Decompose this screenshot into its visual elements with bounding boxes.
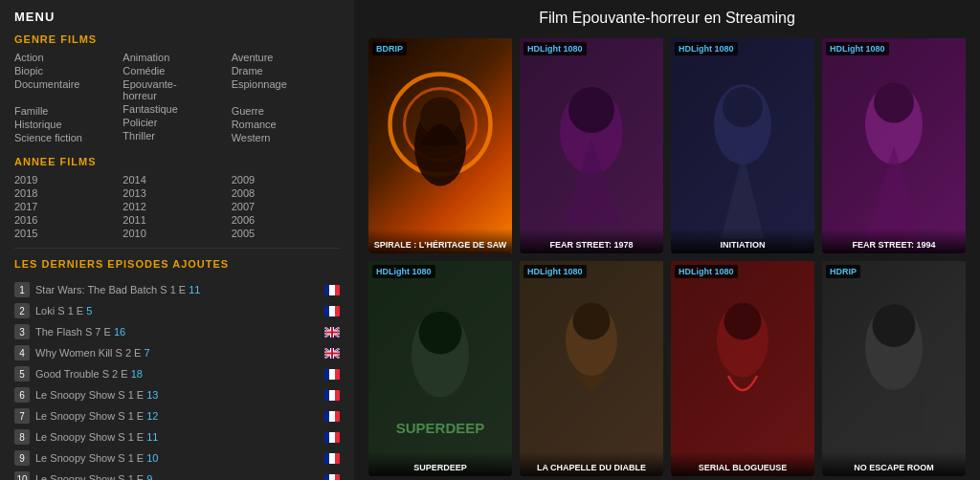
year-grid: 2019 2018 2017 2016 2015 2014 2013 2012 … [14,173,340,240]
movie-poster [520,38,663,253]
episode-item[interactable]: 8Le Snoopy Show S 1 E 11 [14,426,340,447]
svg-point-16 [568,87,614,133]
genre-epouvante[interactable]: Epouvante-horreur [122,77,231,102]
episode-item[interactable]: 10Le Snoopy Show S 1 E 9 [14,469,340,480]
episode-flag [324,348,340,359]
genre-animation[interactable]: Animation [122,51,231,64]
genre-sciencefiction[interactable]: Science fiction [14,131,122,144]
episode-flag [324,369,340,380]
genre-western[interactable]: Western [232,131,340,144]
genre-guerre[interactable]: Guerre [232,104,340,118]
movie-card[interactable]: HDRIPNO ESCAPE ROOM [822,261,966,476]
episode-number: 7 [14,408,30,424]
episode-flag [324,390,340,401]
year-2012[interactable]: 2012 [122,200,231,213]
svg-point-35 [873,304,916,347]
episode-flag [324,285,340,295]
movie-card[interactable]: HDLight 1080LA CHAPELLE DU DIABLE [520,261,663,476]
year-2011[interactable]: 2011 [122,213,231,227]
episode-item[interactable]: 5Good Trouble S 2 E 18 [14,363,340,384]
year-2016[interactable]: 2016 [14,213,122,227]
movie-title: SERIAL BLOGUEUSE [671,451,814,476]
movie-card[interactable]: BDRIPSPIRALE : L'HÉRITAGE DE SAW [368,38,512,253]
episode-number: 9 [14,450,30,466]
episode-number: 10 [14,471,30,480]
episode-title: Le Snoopy Show S 1 E 11 [35,431,319,443]
episode-item[interactable]: 4Why Women Kill S 2 E 7 [14,342,340,363]
episode-item[interactable]: 1Star Wars: The Bad Batch S 1 E 11 [14,279,340,300]
genre-col1: Action Biopic Documentaire Famille Histo… [14,51,122,144]
year-col2: 2014 2013 2012 2011 2010 [122,173,231,240]
episode-title: Why Women Kill S 2 E 7 [35,347,319,359]
year-2019[interactable]: 2019 [14,173,122,186]
movie-poster [822,261,966,476]
year-2018[interactable]: 2018 [14,186,122,200]
genre-drame[interactable]: Drame [232,64,340,77]
movie-title: SPIRALE : L'HÉRITAGE DE SAW [368,229,512,253]
movie-card[interactable]: HDLight 1080INITIATION [671,38,814,253]
movie-badge: HDLight 1080 [523,42,587,55]
episode-flag [324,474,340,481]
year-2006[interactable]: 2006 [232,213,340,227]
episode-flag [324,432,340,443]
year-2007[interactable]: 2007 [232,200,340,213]
svg-rect-9 [324,352,340,354]
svg-point-19 [723,87,763,127]
genre-documentaire[interactable]: Documentaire [14,77,122,91]
genre-comedie[interactable]: Comédie [122,64,231,77]
episode-item[interactable]: 2Loki S 1 E 5 [14,300,340,321]
sidebar-menu-label: MENU [14,10,340,24]
movie-poster [822,38,966,253]
year-2010[interactable]: 2010 [122,227,231,240]
genre-historique[interactable]: Historique [14,118,122,131]
year-2013[interactable]: 2013 [122,186,231,200]
episode-item[interactable]: 9Le Snoopy Show S 1 E 10 [14,447,340,469]
movie-title: SUPERDEEP [368,451,512,476]
episode-item[interactable]: 6Le Snoopy Show S 1 E 13 [14,384,340,405]
episode-number: 6 [14,387,30,403]
episode-flag [324,327,340,338]
svg-point-22 [874,83,914,123]
episode-item[interactable]: 3The Flash S 7 E 16 [14,321,340,342]
episode-number: 3 [14,324,30,339]
genre-romance[interactable]: Romance [232,118,340,131]
movie-card[interactable]: HDLight 1080FEAR STREET: 1978 [520,38,663,253]
episode-title: The Flash S 7 E 16 [35,326,319,338]
year-2008[interactable]: 2008 [232,186,340,200]
movie-poster [671,261,814,476]
movie-card[interactable]: HDLight 1080FEAR STREET: 1994 [822,38,966,253]
episode-number: 8 [14,429,30,445]
genre-aventure[interactable]: Aventure [232,51,340,64]
main-content: Film Epouvante-horreur en Streaming BDRI… [354,0,980,480]
episode-flag [324,306,340,316]
year-2014[interactable]: 2014 [122,173,231,186]
movie-poster [520,261,663,476]
movie-badge: HDLight 1080 [523,265,587,278]
genre-policier[interactable]: Policier [122,116,231,129]
genre-espionnage[interactable]: Espionnage [232,77,340,91]
genre-col3: Aventure Drame Espionnage Guerre Romance… [232,51,340,144]
genre-action[interactable]: Action [14,51,122,64]
sidebar-divider [14,248,340,249]
genre-famille[interactable]: Famille [14,104,122,118]
svg-rect-36 [865,390,923,433]
year-section-title: ANNEE FILMS [14,156,340,167]
year-2017[interactable]: 2017 [14,200,122,213]
svg-point-25 [419,312,462,355]
genre-biopic[interactable]: Biopic [14,64,122,77]
genre-thriller[interactable]: Thriller [122,129,231,142]
episode-title: Le Snoopy Show S 1 E 10 [35,452,319,464]
episode-item[interactable]: 7Le Snoopy Show S 1 E 12 [14,405,340,426]
movie-card[interactable]: HDLight 1080SERIAL BLOGUEUSE [671,261,814,476]
year-col3: 2009 2008 2007 2006 2005 [232,173,340,240]
year-2005[interactable]: 2005 [232,227,340,240]
year-2009[interactable]: 2009 [232,173,340,186]
year-2015[interactable]: 2015 [14,227,122,240]
movie-title: FEAR STREET: 1978 [520,229,663,253]
episode-number: 4 [14,345,30,360]
movie-card[interactable]: SUPERDEEP HDLight 1080SUPERDEEP [368,261,512,476]
movie-title: INITIATION [671,229,814,253]
genre-fantastique[interactable]: Fantastique [122,102,231,116]
episode-title: Le Snoopy Show S 1 E 9 [35,473,319,480]
episode-number: 2 [14,303,30,318]
